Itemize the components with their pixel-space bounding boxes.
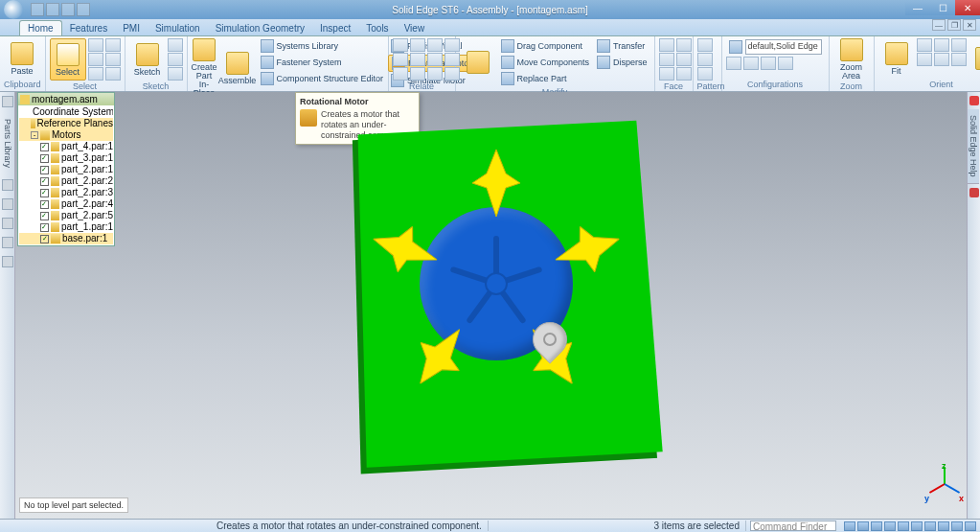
tree-node[interactable]: ✓part_2.par:2 [19, 175, 113, 187]
status-icon[interactable] [911, 521, 923, 531]
sketch-tool-icon[interactable] [168, 38, 183, 52]
sketch-tool-icon[interactable] [168, 53, 183, 66]
face-relate-icon[interactable] [676, 38, 692, 52]
dock-icon[interactable] [2, 179, 13, 191]
face-relate-icon[interactable] [676, 67, 692, 81]
orient-icon[interactable] [951, 53, 967, 66]
minimize-button[interactable]: — [905, 0, 930, 15]
relate-icon[interactable] [410, 67, 425, 81]
face-relate-icon[interactable] [659, 67, 674, 81]
relate-icon[interactable] [393, 38, 408, 52]
drag-component-button[interactable]: Drag Component [498, 38, 593, 54]
relate-icon[interactable] [393, 53, 408, 66]
status-icon[interactable] [965, 521, 976, 531]
mdi-restore-button[interactable]: ❐ [947, 19, 961, 31]
face-relate-icon[interactable] [659, 38, 674, 52]
view-cube-button[interactable] [969, 38, 980, 79]
qat-more-icon[interactable] [77, 3, 90, 16]
select-opt-icon[interactable] [105, 38, 121, 52]
select-opt-icon[interactable] [88, 53, 103, 66]
info-icon[interactable] [969, 96, 979, 105]
tab-features[interactable]: Features [62, 21, 115, 35]
orient-icon[interactable] [917, 53, 932, 66]
relate-icon[interactable] [427, 67, 443, 81]
tab-home[interactable]: Home [19, 20, 62, 35]
qat-undo-icon[interactable] [46, 3, 59, 16]
modify-main-button[interactable] [460, 38, 496, 86]
app-logo-icon[interactable] [4, 0, 23, 19]
transfer-button[interactable]: Transfer [594, 38, 650, 54]
checkbox[interactable]: ✓ [40, 166, 49, 174]
tab-pmi[interactable]: PMI [115, 21, 148, 35]
status-icon[interactable] [924, 521, 936, 531]
status-icon[interactable] [898, 521, 909, 531]
config-icon[interactable] [778, 57, 793, 70]
systems-library-button[interactable]: Systems Library [258, 38, 387, 54]
config-icon[interactable] [743, 57, 759, 70]
dock-icon[interactable] [2, 198, 13, 210]
paste-button[interactable]: Paste [4, 38, 40, 79]
orient-icon[interactable] [951, 38, 967, 52]
checkbox[interactable]: ✓ [40, 143, 49, 151]
pattern-icon[interactable] [697, 38, 713, 52]
parts-library-tab[interactable]: Parts Library [3, 115, 12, 172]
comp-structure-button[interactable]: Component Structure Editor [258, 71, 387, 86]
fit-button[interactable]: Fit [878, 38, 915, 79]
checkbox[interactable]: ✓ [40, 235, 49, 243]
tab-simulation[interactable]: Simulation [148, 21, 208, 35]
checkbox[interactable]: ✓ [40, 177, 49, 186]
orient-icon[interactable] [934, 53, 949, 66]
fastener-system-button[interactable]: Fastener System [258, 55, 387, 70]
move-components-button[interactable]: Move Components [498, 55, 593, 70]
status-icon[interactable] [951, 521, 963, 531]
checkbox[interactable]: ✓ [40, 200, 49, 209]
orient-icon[interactable] [917, 38, 932, 52]
tree-node[interactable]: ✓part_4.par:1 [19, 141, 113, 152]
steering-wheel-gizmo[interactable] [533, 322, 567, 360]
tab-sim-geometry[interactable]: Simulation Geometry [208, 21, 312, 35]
select-opt-icon[interactable] [105, 67, 121, 81]
pattern-icon[interactable] [697, 53, 713, 66]
viewport[interactable]: Parts Library montagem.asm Coordinate Sy… [0, 92, 980, 519]
dock-icon[interactable] [2, 237, 13, 248]
sketch-button[interactable]: Sketch [129, 38, 166, 81]
select-opt-icon[interactable] [88, 67, 103, 81]
close-button[interactable]: ✕ [955, 0, 980, 15]
help-tab[interactable]: Solid Edge Help [968, 109, 979, 184]
tree-node[interactable]: -Motors [19, 129, 113, 141]
tree-node[interactable]: ✓part_2.par:4 [19, 198, 113, 210]
tab-tools[interactable]: Tools [358, 21, 396, 35]
tree-root[interactable]: montagem.asm [18, 93, 114, 105]
select-opt-icon[interactable] [105, 53, 121, 66]
yellow-bracket[interactable] [472, 150, 520, 217]
tree-node[interactable]: ✓part_2.par:5 [19, 210, 113, 221]
face-relate-icon[interactable] [659, 53, 674, 66]
qat-save-icon[interactable] [31, 3, 44, 16]
sketch-tool-icon[interactable] [168, 67, 183, 81]
tree-node[interactable]: Coordinate Systems [19, 106, 113, 118]
expand-icon[interactable]: - [31, 131, 38, 139]
relate-icon[interactable] [427, 38, 443, 52]
tab-inspect[interactable]: Inspect [312, 21, 358, 35]
command-finder-input[interactable]: Command Finder [750, 520, 836, 531]
checkbox[interactable]: ✓ [40, 212, 49, 220]
model-3d[interactable] [362, 121, 650, 456]
youtube-icon[interactable] [969, 188, 979, 197]
relate-icon[interactable] [410, 53, 425, 66]
relate-icon[interactable] [427, 53, 443, 66]
create-part-button[interactable]: Create Part In-Place [192, 38, 217, 98]
pattern-icon[interactable] [697, 67, 713, 81]
relate-icon[interactable] [410, 38, 425, 52]
status-icon[interactable] [857, 521, 869, 531]
qat-redo-icon[interactable] [61, 3, 75, 16]
relate-icon[interactable] [393, 67, 408, 81]
status-icon[interactable] [871, 521, 882, 531]
maximize-button[interactable]: ☐ [930, 0, 955, 15]
assemble-button[interactable]: Assemble [219, 38, 256, 98]
tree-node[interactable]: ✓part_3.par:1 [19, 152, 113, 164]
config-icon[interactable] [726, 57, 741, 70]
orientation-triad[interactable]: z x y [924, 465, 963, 503]
face-relate-icon[interactable] [676, 53, 692, 66]
mdi-close-button[interactable]: ✕ [963, 19, 976, 31]
config-combo[interactable]: default,Solid Edge [726, 38, 825, 56]
